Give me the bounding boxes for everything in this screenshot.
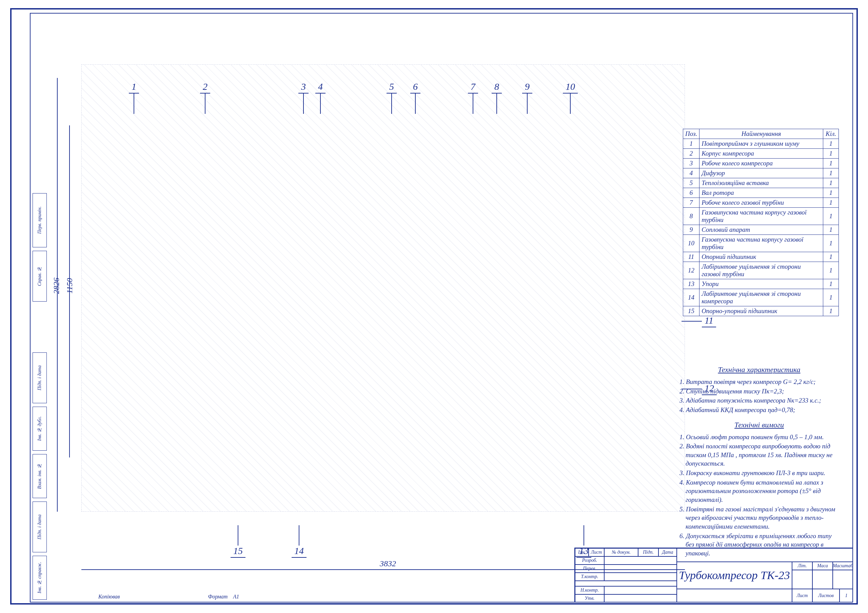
cell-pos: 3 xyxy=(683,159,699,169)
tb-data: Дата xyxy=(659,548,677,556)
cell-qty: 1 xyxy=(823,225,839,235)
table-row: 1Повітроприймач з глушником шуму1 xyxy=(683,139,839,149)
tb-masa: Маса xyxy=(812,562,833,570)
cell-pos: 12 xyxy=(683,262,699,279)
callout-6: 6 xyxy=(410,81,420,93)
tech-char-item: 3. Адіабатна потужність компресора Nк=23… xyxy=(679,396,839,405)
cell-qty: 1 xyxy=(823,178,839,188)
cell-qty: 1 xyxy=(823,289,839,306)
cell-name: Упори xyxy=(699,279,823,289)
callout-9: 9 xyxy=(522,81,532,93)
table-row: 10Газовпускна частина корпусу газової ту… xyxy=(683,235,839,252)
cell-pos: 15 xyxy=(683,306,699,316)
tb-mash-val xyxy=(833,570,853,589)
tb-tkontr: Т.контр. xyxy=(575,573,604,581)
tb-perev: Перев. xyxy=(575,565,604,573)
table-row: 6Вал ротора1 xyxy=(683,188,839,198)
rev-cell: Взам. інв. № xyxy=(33,454,47,498)
cell-name: Газовипускна частина корпусу газової тур… xyxy=(699,208,823,225)
cell-name: Сопловий апарат xyxy=(699,225,823,235)
cell-pos: 2 xyxy=(683,149,699,159)
cell-qty: 1 xyxy=(823,208,839,225)
tech-req-item: 4. Компресор повинен бути встановлений н… xyxy=(679,478,839,504)
cell-qty: 1 xyxy=(823,149,839,159)
cell-pos: 13 xyxy=(683,279,699,289)
callout-11: 11 xyxy=(702,315,716,327)
cell-pos: 4 xyxy=(683,169,699,178)
rev-cell: Справ. № xyxy=(33,251,47,302)
table-row: 3Робоче колесо компресора1 xyxy=(683,159,839,169)
cell-name: Опорно-упорний підшипник xyxy=(699,306,823,316)
col-name: Найменування xyxy=(699,129,823,139)
revision-strip: Інв. № справж. Підп. і дата Взам. інв. №… xyxy=(31,14,49,603)
tech-req-item: 2. Водяні полості компресора випробовуют… xyxy=(679,442,839,468)
tb-designation xyxy=(677,548,853,562)
dim-label-h1: 2826 xyxy=(52,278,61,294)
tb-masa-val xyxy=(812,570,833,589)
callout-10: 10 xyxy=(563,81,578,93)
cell-pos: 8 xyxy=(683,208,699,225)
tech-char-heading: Технічна характеристика xyxy=(679,365,839,374)
title-block: Ізм. Лист № докум. Підп. Дата Розроб. Пе… xyxy=(574,548,852,602)
callout-5: 5 xyxy=(386,81,397,93)
cell-qty: 1 xyxy=(823,198,839,208)
cell-name: Корпус компресора xyxy=(699,149,823,159)
tech-char-item: 4. Адіабатний ККД компресора ηад=0,78; xyxy=(679,406,839,415)
cell-qty: 1 xyxy=(823,306,839,316)
cell-pos: 14 xyxy=(683,289,699,306)
cell-name: Повітроприймач з глушником шуму xyxy=(699,139,823,149)
tech-text-block: Технічна характеристика 1. Витрата повіт… xyxy=(679,359,839,559)
rev-cell: Підп. і дата xyxy=(33,352,47,403)
tb-izm: Ізм. xyxy=(575,548,589,556)
drawing-sheet-outer: Інв. № справж. Підп. і дата Взам. інв. №… xyxy=(10,8,858,605)
cell-name: Робоче колесо газової турбіни xyxy=(699,198,823,208)
tb-sheets-value: 1 xyxy=(840,589,853,602)
callout-3: 3 xyxy=(298,81,308,93)
cell-qty: 1 xyxy=(823,235,839,252)
main-drawing-area: 3832 2826 1150 123456789101514131112 xyxy=(54,24,705,573)
cell-name: Вал ротора xyxy=(699,188,823,198)
table-row: 15Опорно-упорний підшипник1 xyxy=(683,306,839,316)
tech-req-item: 1. Осьовий люфт ротора повинен бути 0,5 … xyxy=(679,433,839,441)
callout-14: 14 xyxy=(291,546,307,558)
cell-name: Лабіринтове ущільнення зі сторони газово… xyxy=(699,262,823,279)
tb-lit: Літ. xyxy=(792,562,812,570)
cell-pos: 5 xyxy=(683,178,699,188)
cell-qty: 1 xyxy=(823,279,839,289)
tb-ndokum: № докум. xyxy=(604,548,638,556)
table-row: 9Сопловий апарат1 xyxy=(683,225,839,235)
cell-qty: 1 xyxy=(823,169,839,178)
tb-sheet-label: Лист xyxy=(792,589,812,602)
cell-pos: 9 xyxy=(683,225,699,235)
cell-pos: 11 xyxy=(683,252,699,262)
format-value: А1 xyxy=(233,594,239,599)
tb-nkontr-val xyxy=(604,586,677,594)
tech-char-item: 1. Витрата повітря через компресор G= 2,… xyxy=(679,378,839,386)
drawing-title: Турбокомпресор ТК-23 xyxy=(677,562,792,589)
tb-lyst: Лист xyxy=(589,548,604,556)
format-label: Формат xyxy=(208,594,228,599)
rev-cell: Перв. примін. xyxy=(33,193,47,248)
callout-4: 4 xyxy=(315,81,326,93)
callout-1: 1 xyxy=(129,81,139,93)
table-row: 2Корпус компресора1 xyxy=(683,149,839,159)
tech-req-item: 3. Покраску виконати грунтовкою ПЛ-3 в т… xyxy=(679,469,839,477)
cell-pos: 6 xyxy=(683,188,699,198)
tech-req-heading: Технічні вимоги xyxy=(679,421,839,429)
tb-utv-val xyxy=(604,594,677,602)
cell-pos: 1 xyxy=(683,139,699,149)
cell-name: Робоче колесо компресора xyxy=(699,159,823,169)
table-row: 14Лабіринтове ущільнення зі сторони комп… xyxy=(683,289,839,306)
cell-qty: 1 xyxy=(823,262,839,279)
tb-perev-val xyxy=(604,565,677,573)
table-row: 11Опорний підшипник1 xyxy=(683,252,839,262)
cell-name: Теплоізоляційна вставка xyxy=(699,178,823,188)
rev-cell: Інв. № дубл. xyxy=(33,407,47,451)
tb-rozrob: Розроб. xyxy=(575,556,604,565)
rev-cell: Інв. № справж. xyxy=(33,556,47,600)
tb-blank xyxy=(575,581,677,586)
rev-cell: Підп. і дата xyxy=(33,502,47,553)
cell-name: Опорний підшипник xyxy=(699,252,823,262)
drawing-sheet-inner: Інв. № справж. Підп. і дата Взам. інв. №… xyxy=(30,13,853,602)
section-view-placeholder xyxy=(81,64,685,512)
